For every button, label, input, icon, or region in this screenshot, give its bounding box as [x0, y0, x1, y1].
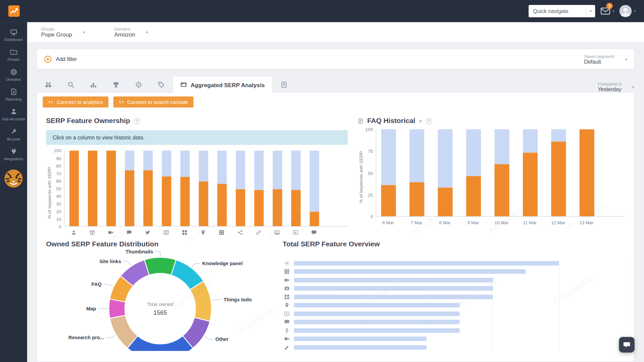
- monitor-icon: [180, 81, 187, 88]
- bar-segment-owned: [217, 184, 227, 226]
- chart-column[interactable]: [199, 150, 208, 226]
- overview-bar: [294, 345, 427, 349]
- chart-column[interactable]: [466, 129, 481, 217]
- add-filter-button[interactable]: Add filter: [44, 55, 77, 63]
- overview-row[interactable]: [282, 318, 625, 326]
- chart-column[interactable]: [88, 150, 97, 226]
- donut-slice-tweets[interactable]: [127, 336, 193, 351]
- domain-selector[interactable]: Domains Amazon ▾: [114, 27, 148, 38]
- bar-segment-owned: [199, 182, 208, 226]
- tab-notes[interactable]: [272, 76, 295, 93]
- overview-track: [294, 269, 625, 274]
- tab-trophy[interactable]: [105, 76, 127, 93]
- bar-segment-remainder: [551, 129, 566, 141]
- ownership-chart: % of keywords with SERP 0102030405060708…: [46, 150, 348, 235]
- overview-bar: [294, 337, 427, 341]
- chart-column[interactable]: [523, 129, 538, 217]
- accuranker-logo[interactable]: [8, 5, 19, 17]
- y-tick-label: 30: [56, 202, 61, 206]
- share-icon: [235, 230, 245, 235]
- overview-bar: [294, 269, 526, 274]
- bar-segment-owned: [523, 153, 538, 216]
- bar-segment-owned: [580, 129, 594, 217]
- chart-column[interactable]: [106, 150, 116, 226]
- sidebar-item-label: Groups: [7, 58, 19, 62]
- donut-slice-thumbnails[interactable]: [144, 257, 176, 275]
- bar-segment-remainder: [199, 150, 208, 181]
- overview-row[interactable]: [282, 284, 625, 293]
- tab-target[interactable]: [127, 76, 150, 93]
- overview-row[interactable]: [282, 293, 625, 301]
- tab-binoculars[interactable]: [37, 76, 59, 93]
- tab-search[interactable]: [60, 76, 82, 93]
- grid-icon: [180, 230, 189, 235]
- chart-column[interactable]: [125, 150, 134, 226]
- bar-segment-remainder: [273, 150, 282, 189]
- compared-to-select[interactable]: Compared to Yesterday ▾: [598, 82, 634, 93]
- group-selector[interactable]: Groups Pope Group ▾: [41, 27, 85, 38]
- chart-column[interactable]: [438, 129, 452, 217]
- saved-segments-select[interactable]: Saved segments Default ▾: [584, 54, 627, 65]
- overview-row[interactable]: [282, 276, 625, 284]
- quick-navigate-select[interactable]: Quick navigate ▾: [529, 5, 595, 17]
- sidebar-item-groups[interactable]: Groups: [0, 45, 27, 65]
- overview-row[interactable]: [282, 343, 625, 351]
- connect-to-analytics-button[interactable]: Connect to analytics: [43, 97, 108, 108]
- chart-column[interactable]: [162, 150, 171, 226]
- chart-column[interactable]: [254, 150, 264, 226]
- notifications-mail-button[interactable]: 3 ▾: [600, 6, 614, 16]
- chart-column[interactable]: [143, 150, 153, 226]
- chat-launcher-button[interactable]: [619, 337, 635, 353]
- sidebar-item-account[interactable]: Account: [0, 125, 27, 144]
- overview-row[interactable]: [282, 335, 625, 343]
- bar-segment-owned: [291, 190, 301, 226]
- bar-segment-owned: [125, 170, 134, 226]
- y-axis: 0102030405060708090100: [53, 150, 64, 227]
- overview-row[interactable]: [282, 301, 625, 309]
- overview-track: [294, 295, 625, 299]
- help-icon[interactable]: ?: [426, 118, 432, 124]
- sidebar-item-dashboard[interactable]: Dashboard: [0, 25, 27, 45]
- tab-rankings[interactable]: [82, 76, 105, 93]
- overview-row[interactable]: [282, 326, 625, 335]
- overview-chart: [282, 259, 625, 351]
- tiger-avatar[interactable]: [4, 169, 23, 190]
- help-icon[interactable]: ?: [134, 118, 140, 124]
- chart-column[interactable]: [381, 129, 396, 217]
- chart-column[interactable]: [217, 150, 227, 226]
- chart-column[interactable]: [236, 150, 245, 226]
- faq-x-axis: 6 Mar7 Mar8 Mar9 Mar10 Mar11 Mar12 Mar13…: [376, 220, 625, 225]
- connect-to-search-console-button[interactable]: Connect to search console: [113, 97, 193, 108]
- chart-column[interactable]: [180, 150, 190, 226]
- chart-column[interactable]: [551, 129, 566, 217]
- chart-column[interactable]: [69, 150, 79, 226]
- sidebar-item-domains[interactable]: Domains: [0, 65, 27, 85]
- sidebar-item-sub-accounts[interactable]: Sub-Accounts: [0, 105, 27, 125]
- chart-column[interactable]: [273, 150, 282, 226]
- reporting-icon: [10, 88, 17, 95]
- person-icon: [69, 230, 78, 235]
- bar-segment-owned: [273, 189, 282, 226]
- chart-column[interactable]: [291, 150, 301, 226]
- overview-row[interactable]: [282, 309, 625, 318]
- sidebar-item-label: Dashboard: [4, 38, 22, 42]
- sidebar-item-integrations[interactable]: Integrations: [0, 144, 27, 164]
- bar-segment-remainder: [236, 150, 245, 189]
- chart-column[interactable]: [580, 129, 594, 217]
- tab-tag[interactable]: [150, 76, 172, 93]
- donut-label: Things todo: [223, 297, 252, 302]
- overview-row[interactable]: [282, 267, 625, 276]
- owned-distribution-donut: ThumbnailsKnowledge panelThings todoOthe…: [46, 249, 273, 351]
- overview-row[interactable]: [282, 259, 625, 267]
- chart-column[interactable]: [494, 129, 509, 217]
- chart-column[interactable]: [310, 150, 319, 226]
- bar-segment-remainder: [125, 150, 134, 170]
- overview-bar: [294, 278, 493, 282]
- sidebar-item-reporting[interactable]: Reporting: [0, 85, 27, 105]
- close-icon[interactable]: ×: [419, 118, 422, 124]
- bar-segment-owned: [143, 170, 153, 226]
- chevron-down-icon: ▾: [612, 9, 614, 13]
- tab-aggregated-serp-analysis[interactable]: Aggregated SERP Analysis: [172, 76, 272, 93]
- user-menu[interactable]: ▾: [620, 5, 636, 17]
- chart-column[interactable]: [410, 129, 424, 217]
